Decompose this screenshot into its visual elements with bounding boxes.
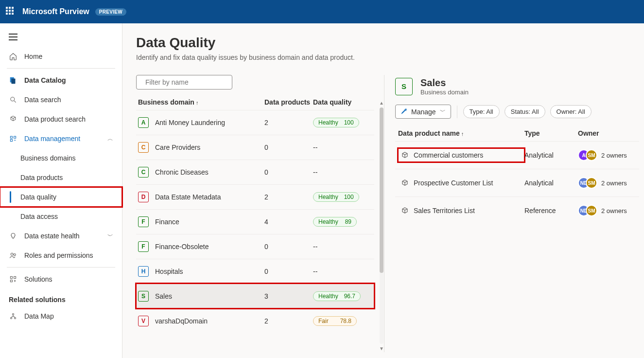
col-header-products[interactable]: Data products xyxy=(264,98,313,106)
quality-pill: Fair78.8 xyxy=(313,316,357,326)
domain-row[interactable]: C Care Providers 0 -- xyxy=(136,135,374,160)
filter-field[interactable] xyxy=(145,78,230,86)
app-launcher-icon[interactable] xyxy=(6,7,16,17)
sidebar-item-roles[interactable]: Roles and permissions xyxy=(0,246,122,265)
search-icon xyxy=(9,95,17,104)
col-header-dp-type[interactable]: Type xyxy=(524,129,578,137)
sidebar-item-data-search[interactable]: Data search xyxy=(0,90,122,109)
sort-asc-icon: ↑ xyxy=(461,131,464,137)
svg-rect-4 xyxy=(14,136,16,138)
detail-controls: Manage ﹀ Type: All Status: All Owner: Al… xyxy=(395,105,639,119)
domain-row[interactable]: D Data Estate Metadata 2 Healthy100 xyxy=(136,184,374,209)
col-header-dp-owner[interactable]: Owner xyxy=(578,129,636,137)
sidebar-item-product-search[interactable]: Data product search xyxy=(0,109,122,129)
data-product-row[interactable]: Sales Territories List Reference ND SM 2… xyxy=(395,197,639,224)
owner-avatars: ND SM xyxy=(578,205,597,216)
sidebar-item-data-management[interactable]: Data management ︿ xyxy=(0,129,122,148)
detail-title: Sales xyxy=(420,77,469,89)
domain-detail-panel: S Sales Business domain Manage ﹀ xyxy=(384,75,644,352)
chevron-down-icon: ﹀ xyxy=(107,232,113,240)
avatar: SM xyxy=(586,177,597,189)
sidebar-item-estate-health[interactable]: Data estate health ﹀ xyxy=(0,226,122,246)
scrollbar[interactable]: ▲ ▼ xyxy=(379,99,384,352)
domain-letter-badge: V xyxy=(138,316,149,326)
sidebar-item-solutions[interactable]: Solutions xyxy=(0,269,122,289)
page-subtitle: Identify and fix data quality issues by … xyxy=(136,54,644,61)
filter-type[interactable]: Type: All xyxy=(463,105,500,118)
domain-name: Finance-Obsolete xyxy=(155,243,209,251)
page-title: Data Quality xyxy=(136,35,644,51)
domain-product-count: 0 xyxy=(264,243,313,251)
domain-row[interactable]: F Finance-Obsolete 0 -- xyxy=(136,234,374,259)
sidebar-item-data-access[interactable]: Data access xyxy=(0,207,122,226)
filter-status[interactable]: Status: All xyxy=(505,105,545,118)
domain-letter-badge: D xyxy=(138,192,149,202)
sidebar: Home Data Catalog Data search Data produ… xyxy=(0,23,122,358)
sidebar-hamburger[interactable] xyxy=(0,27,122,47)
domain-row[interactable]: S Sales 3 Healthy96.7 xyxy=(136,284,374,308)
domain-name: Chronic Diseases xyxy=(155,168,209,176)
home-icon xyxy=(9,52,17,61)
data-product-type: Analytical xyxy=(524,151,578,159)
data-product-name: Commercial customers xyxy=(414,151,483,159)
owner-avatars: ND SM xyxy=(578,177,597,189)
col-header-domain[interactable]: Business domain↑ xyxy=(138,98,264,106)
divider xyxy=(457,106,457,118)
owner-count: 2 owners xyxy=(601,179,627,187)
domain-row[interactable]: A Anti Money Laundering 2 Healthy100 xyxy=(136,110,374,135)
domain-letter-badge: C xyxy=(138,142,149,153)
col-header-quality[interactable]: Data quality xyxy=(313,98,372,106)
detail-header: S Sales Business domain xyxy=(395,77,639,96)
quality-empty: -- xyxy=(313,268,317,275)
sidebar-item-data-quality[interactable]: Data quality xyxy=(0,187,122,207)
domain-letter-badge: C xyxy=(138,167,149,178)
domain-row[interactable]: H Hospitals 0 -- xyxy=(136,259,374,284)
quality-pill: Healthy100 xyxy=(313,192,359,202)
data-product-row[interactable]: Prospective Customer List Analytical ND … xyxy=(395,169,639,197)
domain-table-header: Business domain↑ Data products Data qual… xyxy=(136,94,374,110)
data-product-name: Sales Territories List xyxy=(414,207,475,215)
domain-product-count: 4 xyxy=(264,218,313,226)
domain-row[interactable]: F Finance 4 Healthy89 xyxy=(136,209,374,234)
scroll-down-icon[interactable]: ▼ xyxy=(379,345,384,352)
hamburger-icon xyxy=(9,34,17,40)
sidebar-item-home[interactable]: Home xyxy=(0,47,122,66)
owner-count: 2 owners xyxy=(601,207,627,215)
owner-count: 2 owners xyxy=(601,152,627,159)
sidebar-item-label: Data estate health xyxy=(24,232,80,240)
global-header: Microsoft Purview PREVIEW xyxy=(0,0,644,23)
sidebar-item-label: Data search xyxy=(24,96,61,104)
sidebar-item-data-map[interactable]: Data Map xyxy=(0,306,122,326)
filter-by-name-input[interactable] xyxy=(136,75,232,90)
manage-button[interactable]: Manage ﹀ xyxy=(395,105,451,119)
quality-empty: -- xyxy=(313,143,317,151)
domain-row[interactable]: C Chronic Diseases 0 -- xyxy=(136,160,374,184)
grid-plus-icon xyxy=(9,275,17,284)
wrench-icon xyxy=(400,107,407,116)
sidebar-item-label: Home xyxy=(24,53,42,60)
filter-owner[interactable]: Owner: All xyxy=(550,105,592,118)
cube-search-icon xyxy=(9,115,17,124)
domain-name: Hospitals xyxy=(155,268,183,275)
avatar: SM xyxy=(586,205,597,216)
data-product-type: Reference xyxy=(524,207,578,215)
sidebar-item-data-products[interactable]: Data products xyxy=(0,168,122,187)
col-header-dp-name[interactable]: Data product name↑ xyxy=(398,129,524,137)
domain-product-count: 2 xyxy=(264,193,313,201)
domain-letter-badge: H xyxy=(138,266,149,277)
data-product-row[interactable]: Commercial customers Analytical A SM 2 o… xyxy=(395,141,639,169)
chevron-down-icon: ﹀ xyxy=(440,107,446,116)
score-value: 89 xyxy=(345,218,351,225)
svg-rect-5 xyxy=(10,140,12,142)
scroll-track[interactable] xyxy=(380,107,383,344)
scroll-thumb[interactable] xyxy=(380,107,383,273)
sidebar-item-label: Data products xyxy=(20,174,63,181)
sidebar-section-data-catalog[interactable]: Data Catalog xyxy=(0,71,122,90)
domain-row[interactable]: V varshaDqDomain 2 Fair78.8 xyxy=(136,308,374,333)
sidebar-item-business-domains[interactable]: Business domains xyxy=(0,148,122,168)
scroll-up-icon[interactable]: ▲ xyxy=(379,99,384,107)
domain-letter-badge: S xyxy=(138,291,149,302)
domain-name: Care Providers xyxy=(155,143,200,151)
manage-label: Manage xyxy=(411,108,436,116)
domain-name: Finance xyxy=(155,218,179,226)
